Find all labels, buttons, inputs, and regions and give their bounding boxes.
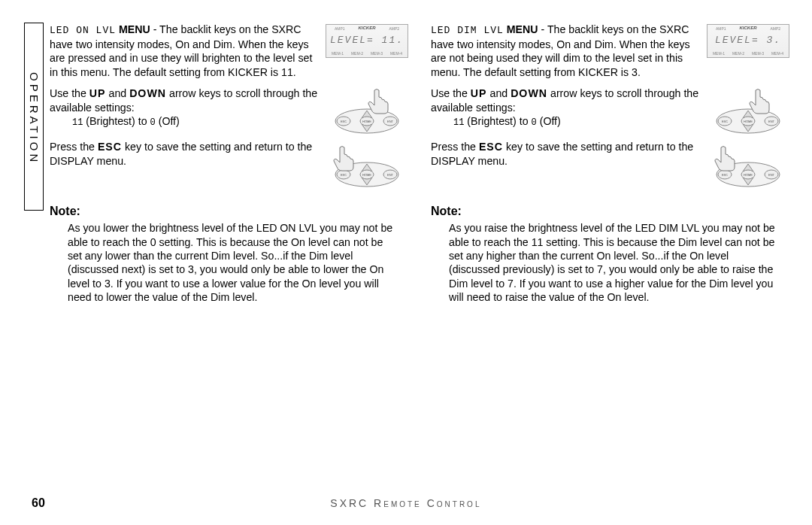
range-right: 11 (Brightest) to 0 (Off) [453,114,701,129]
lcd-value-left: LEVEL= 11. [326,32,408,50]
keypad-illustration-up: ESC HOME ENT [326,86,408,135]
column-left: AMP1 KICKER AMP2 LEVEL= 11. MEM-1 MEM-2 … [50,23,408,312]
keypad-illustration-esc: ESC HOME ENT [326,140,408,189]
svg-text:HOME: HOME [744,120,753,123]
pointing-hand-icon [368,90,388,114]
use-keys-right: Use the UP and DOWN arrow keys to scroll… [431,86,701,129]
up-key-label: UP [471,87,487,99]
brand-kicker: KICKER [739,26,756,32]
svg-text:ENT: ENT [387,173,394,177]
note-body-right: As you raise the brightness level of the… [449,221,780,305]
up-key-label: UP [89,87,106,99]
esc-key-label: ESC [98,141,122,153]
note-body-left: As you lower the brightness level of the… [68,221,398,305]
pointing-hand-icon [750,90,769,114]
press-esc-left: Press the ESC key to save the setting an… [50,140,320,168]
svg-text:HOME: HOME [362,120,371,123]
lcd-title-right: LED DIM LVL [431,25,504,36]
lcd-title-left: LED ON LVL [50,25,116,36]
page-number: 60 [32,496,45,511]
brand-kicker: KICKER [358,26,375,32]
lcd-display-right: AMP1 KICKER AMP2 LEVEL= 3. MEM-1 MEM-2 M… [707,24,789,58]
use-keys-left: Use the UP and DOWN arrow keys to scroll… [50,86,320,129]
svg-text:ESC: ESC [722,120,728,123]
svg-text:ESC: ESC [341,120,347,123]
esc-key-label: ESC [479,141,503,153]
footer-title: SXRC Remote Control [45,496,767,510]
page-footer: 60 SXRC Remote Control [32,496,789,511]
pointing-hand-icon [715,147,735,171]
svg-text:HOME: HOME [362,173,371,177]
svg-text:ENT: ENT [768,120,775,123]
lcd-value-right: LEVEL= 3. [707,32,789,50]
down-key-label: DOWN [129,87,166,99]
content-columns: AMP1 KICKER AMP2 LEVEL= 11. MEM-1 MEM-2 … [50,23,789,312]
svg-text:ENT: ENT [768,173,775,177]
page: Operation AMP1 KICKER AMP2 LEVEL= 11. ME… [0,0,812,525]
svg-text:ESC: ESC [341,173,347,177]
keypad-illustration-esc: ESC HOME ENT [707,140,789,189]
keypad-illustration-up: ESC HOME ENT [707,86,789,135]
down-key-label: DOWN [511,87,547,99]
section-tab-label: Operation [26,72,41,165]
menu-word: MENU [507,23,538,35]
range-left: 11 (Brightest) to 0 (Off) [72,114,320,129]
lcd-display-left: AMP1 KICKER AMP2 LEVEL= 11. MEM-1 MEM-2 … [326,24,408,58]
menu-word: MENU [119,23,150,35]
column-right: AMP1 KICKER AMP2 LEVEL= 3. MEM-1 MEM-2 M… [431,23,789,312]
section-tab-operation: Operation [24,23,44,211]
pointing-hand-icon [334,147,353,171]
note-heading-left: Note: [50,204,408,220]
svg-text:ENT: ENT [387,120,394,123]
svg-text:ESC: ESC [722,173,728,177]
note-heading-right: Note: [431,204,789,220]
svg-text:HOME: HOME [744,173,753,177]
press-esc-right: Press the ESC key to save the setting an… [431,140,701,168]
